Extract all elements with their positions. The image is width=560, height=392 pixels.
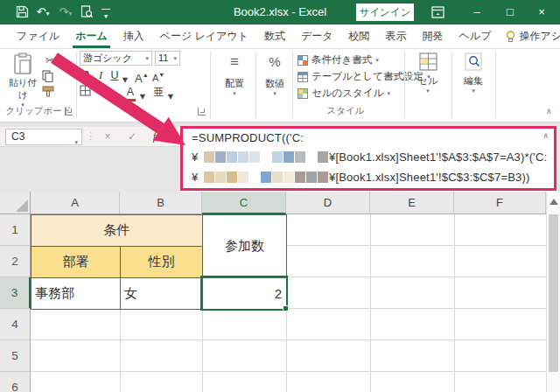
format-painter-icon[interactable] bbox=[42, 86, 54, 97]
group-separator bbox=[256, 52, 256, 118]
font-color-dropdown-icon[interactable]: ▾ bbox=[136, 89, 149, 103]
redacted-pixel-block bbox=[204, 172, 214, 183]
row-header-4[interactable]: 4 bbox=[0, 309, 31, 340]
row-header-5[interactable]: 5 bbox=[0, 340, 31, 372]
cell-a1-b1-merged[interactable]: 条件 bbox=[31, 214, 203, 247]
increase-font-size-button[interactable]: A▲ bbox=[135, 68, 147, 82]
row-header-6[interactable]: 6 bbox=[0, 372, 31, 392]
name-box-dropdown-icon[interactable]: ▾ bbox=[74, 135, 78, 150]
alignment-label: 配置 bbox=[215, 77, 254, 90]
tab-home[interactable]: ホーム bbox=[67, 24, 116, 48]
styles-group-label: スタイル bbox=[306, 105, 385, 117]
group-separator bbox=[210, 52, 211, 118]
column-header-a[interactable]: A bbox=[31, 192, 120, 214]
ribbon-tab-bar: ファイル ホーム 挿入 ページ レイアウト 数式 データ 校閲 表示 開発 ヘル… bbox=[0, 24, 560, 49]
tell-me-assistant[interactable]: 操作アシ bbox=[499, 24, 560, 48]
ribbon-display-options-icon[interactable] bbox=[431, 6, 444, 18]
tab-help[interactable]: ヘルプ bbox=[452, 24, 500, 48]
font-name-value: 游ゴシック bbox=[83, 52, 132, 65]
paste-button[interactable]: 貼り付け ▾ bbox=[7, 52, 38, 105]
maximize-button[interactable]: □ bbox=[497, 0, 523, 24]
fill-color-dropdown-icon[interactable]: ▾ bbox=[112, 89, 124, 103]
scrollbar-thumb[interactable] bbox=[549, 214, 558, 372]
redacted-pixel-block bbox=[284, 151, 294, 163]
row-header-2[interactable]: 2 bbox=[0, 246, 31, 277]
formula-bar-splitter-icon[interactable]: ⋮ bbox=[86, 130, 95, 142]
tab-review[interactable]: 校閲 bbox=[341, 24, 378, 48]
name-box[interactable]: C3 ▾ bbox=[5, 129, 82, 145]
conditional-formatting-icon bbox=[298, 55, 308, 66]
conditional-formatting-button[interactable]: 条件付き書式▾ bbox=[298, 52, 379, 67]
tab-file[interactable]: ファイル bbox=[9, 24, 67, 48]
insert-function-icon[interactable]: fx bbox=[147, 129, 166, 145]
close-button[interactable]: × bbox=[528, 0, 555, 24]
cancel-formula-icon[interactable]: × bbox=[98, 129, 117, 145]
redacted-pixel-block bbox=[295, 172, 305, 183]
row-header-3[interactable]: 3 bbox=[0, 277, 31, 309]
find-select-icon bbox=[455, 52, 492, 71]
lightbulb-icon bbox=[506, 31, 515, 43]
redacted-pixel-block bbox=[272, 172, 283, 183]
tab-data[interactable]: データ bbox=[293, 24, 341, 48]
row-header-1[interactable]: 1 bbox=[0, 214, 31, 246]
group-separator bbox=[452, 52, 452, 118]
editing-button[interactable]: 編集 ▾ bbox=[455, 52, 492, 94]
clipboard-dialog-launcher-icon[interactable] bbox=[65, 108, 73, 116]
bold-button[interactable]: B bbox=[80, 68, 92, 82]
font-name-select[interactable]: 游ゴシック▾ bbox=[80, 51, 152, 66]
cells-icon bbox=[410, 52, 446, 71]
column-header-d[interactable]: D bbox=[286, 192, 370, 214]
cell-styles-button[interactable]: セルのスタイル▾ bbox=[298, 86, 390, 101]
fill-color-button[interactable] bbox=[100, 85, 112, 99]
collapse-ribbon-icon[interactable]: ∧ bbox=[546, 107, 552, 116]
italic-button[interactable]: I bbox=[94, 68, 107, 82]
redacted-pixel-block bbox=[306, 172, 317, 183]
select-all-button[interactable] bbox=[0, 192, 31, 214]
redacted-pixel-block bbox=[306, 151, 317, 163]
phonetic-guide-button[interactable]: 亜 bbox=[152, 85, 164, 99]
redacted-pixel-block bbox=[284, 172, 294, 183]
scroll-up-icon[interactable] bbox=[550, 199, 558, 205]
redacted-pixel-block bbox=[215, 151, 226, 163]
column-header-e[interactable]: E bbox=[370, 192, 454, 214]
percent-icon: % bbox=[259, 52, 290, 72]
phonetic-dropdown-icon[interactable]: ▾ bbox=[164, 89, 177, 103]
formula-input-highlighted[interactable]: =SUMPRODUCT(('C: ∧ ¥¥[Book1.xlsx]Sheet1'… bbox=[180, 126, 556, 191]
copy-icon[interactable] bbox=[42, 70, 53, 82]
number-label: 数値 bbox=[259, 77, 290, 90]
minimize-button[interactable]: – bbox=[464, 0, 490, 24]
redacted-pixel-block bbox=[249, 151, 260, 163]
font-size-select[interactable]: 11▾ bbox=[155, 51, 180, 66]
clipboard-group-label: クリップボード bbox=[4, 105, 74, 117]
column-header-f[interactable]: F bbox=[454, 192, 546, 214]
tab-insert[interactable]: 挿入 bbox=[116, 24, 152, 48]
cut-icon[interactable]: ✂ bbox=[42, 54, 58, 67]
cell-c1-c2-merged[interactable]: 参加数 bbox=[202, 214, 287, 278]
cell-styles-icon bbox=[298, 88, 308, 99]
column-header-c[interactable]: C bbox=[202, 192, 286, 214]
sign-in-button[interactable]: サインイン bbox=[356, 4, 414, 21]
tab-developer[interactable]: 開発 bbox=[415, 24, 452, 48]
decrease-font-size-button[interactable]: A▼ bbox=[152, 68, 164, 82]
group-separator bbox=[404, 52, 405, 118]
cell-a3[interactable]: 事務部 bbox=[31, 277, 121, 310]
number-format-button[interactable]: % 数値 ▾ bbox=[259, 52, 290, 97]
column-header-b[interactable]: B bbox=[120, 192, 202, 214]
cell-b3[interactable]: 女 bbox=[120, 277, 203, 310]
tab-formulas[interactable]: 数式 bbox=[256, 24, 293, 48]
cells-button[interactable]: セル ▾ bbox=[410, 52, 446, 94]
cell-a2[interactable]: 部署 bbox=[31, 246, 121, 278]
enter-formula-icon[interactable]: ✓ bbox=[122, 129, 142, 145]
tab-page-layout[interactable]: ページ レイアウト bbox=[152, 24, 256, 48]
collapse-formula-bar-icon[interactable]: ∧ bbox=[542, 131, 549, 140]
alignment-button[interactable]: ≡ 配置 ▾ bbox=[215, 52, 254, 97]
font-color-button[interactable]: A bbox=[124, 85, 136, 99]
border-button[interactable] bbox=[80, 85, 91, 99]
fill-handle[interactable] bbox=[283, 305, 289, 312]
assistant-label: 操作アシ bbox=[519, 29, 560, 44]
redacted-pixel-block bbox=[227, 172, 237, 183]
cell-b2[interactable]: 性別 bbox=[120, 246, 203, 278]
font-dialog-launcher-icon[interactable] bbox=[198, 108, 206, 116]
vertical-scrollbar[interactable] bbox=[546, 192, 560, 392]
tab-view[interactable]: 表示 bbox=[378, 24, 415, 48]
